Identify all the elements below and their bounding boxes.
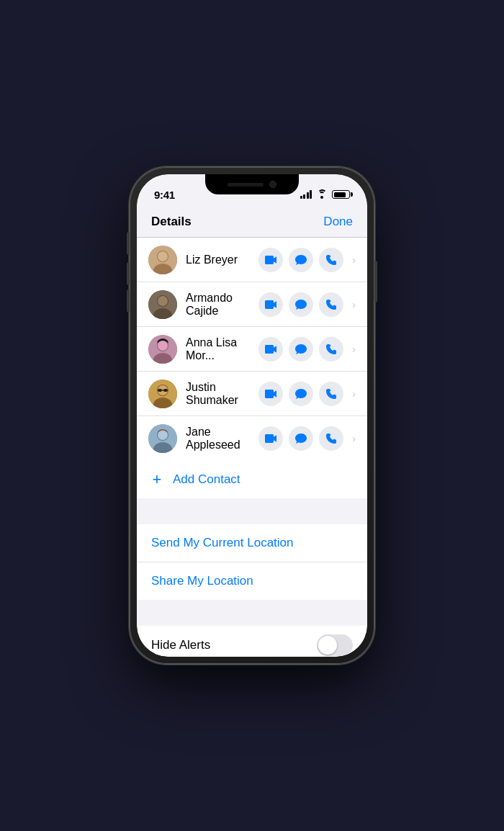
contact-actions-jane: › [258, 426, 356, 451]
location-section: Send My Current Location Share My Locati… [137, 524, 367, 600]
svg-point-11 [158, 341, 168, 351]
message-button-anna[interactable] [289, 337, 313, 361]
contact-row-jane[interactable]: Jane Appleseed › [137, 416, 367, 461]
contact-actions-justin: › [258, 382, 356, 406]
phone-button-liz[interactable] [319, 248, 343, 272]
avatar-armando [148, 290, 177, 319]
video-button-armando[interactable] [258, 292, 283, 317]
navigation-bar: Details Done [137, 206, 367, 238]
contacts-section: Liz Breyer › [137, 238, 367, 461]
video-button-justin[interactable] [258, 382, 283, 406]
phone-button-justin[interactable] [319, 382, 343, 406]
contact-name-justin: Justin Shumaker [186, 381, 258, 407]
speaker [228, 183, 264, 187]
hide-alerts-toggle[interactable] [317, 634, 353, 656]
plus-icon: + [148, 471, 166, 488]
share-location-row[interactable]: Share My Location [137, 562, 367, 600]
contact-actions-liz: › [258, 248, 356, 272]
contact-row-anna[interactable]: Anna Lisa Mor... › [137, 327, 367, 372]
contact-name-liz: Liz Breyer [186, 253, 258, 266]
avatar-liz [148, 246, 177, 274]
video-button-anna[interactable] [258, 337, 283, 361]
contact-actions-armando: › [258, 292, 356, 317]
chevron-justin: › [352, 388, 356, 400]
section-separator-2 [137, 600, 367, 626]
svg-rect-16 [158, 389, 162, 392]
avatar-jane [148, 424, 177, 453]
signal-icon [300, 190, 312, 199]
wifi-icon [316, 190, 328, 199]
send-current-location-row[interactable]: Send My Current Location [137, 524, 367, 562]
svg-point-3 [158, 251, 168, 261]
message-button-justin[interactable] [289, 382, 313, 406]
chevron-jane: › [352, 433, 356, 444]
phone-button-jane[interactable] [319, 426, 343, 451]
share-location-button[interactable]: Share My Location [151, 574, 253, 588]
battery-icon [332, 190, 350, 199]
hide-alerts-label: Hide Alerts [151, 638, 210, 652]
nav-title: Details [151, 215, 192, 229]
contact-name-anna: Anna Lisa Mor... [186, 336, 258, 362]
svg-rect-17 [163, 389, 168, 392]
message-button-armando[interactable] [289, 292, 313, 317]
add-contact-row[interactable]: + Add Contact [137, 461, 367, 498]
video-button-liz[interactable] [258, 248, 283, 272]
avatar-justin [148, 379, 177, 408]
phone-button-anna[interactable] [319, 337, 343, 361]
avatar-anna [148, 335, 177, 364]
hide-alerts-section: Hide Alerts [137, 626, 367, 657]
video-button-jane[interactable] [258, 426, 283, 451]
status-icons [300, 190, 351, 199]
toggle-thumb [318, 636, 337, 655]
section-separator-1 [137, 498, 367, 524]
add-contact-button[interactable]: Add Contact [173, 472, 240, 487]
contact-row-justin[interactable]: Justin Shumaker › [137, 372, 367, 416]
chevron-anna: › [352, 343, 356, 355]
content-scroll[interactable]: Liz Breyer › [137, 238, 367, 657]
contact-name-armando: Armando Cajide [186, 292, 258, 318]
contact-row-liz[interactable]: Liz Breyer › [137, 238, 367, 282]
chevron-armando: › [352, 299, 356, 310]
front-camera [269, 181, 276, 188]
status-time: 9:41 [154, 189, 175, 201]
message-button-liz[interactable] [289, 248, 313, 272]
phone-button-armando[interactable] [319, 292, 343, 317]
contact-name-jane: Jane Appleseed [186, 426, 258, 452]
contact-row-armando[interactable]: Armando Cajide › [137, 282, 367, 327]
chevron-liz: › [352, 254, 356, 266]
send-current-location-button[interactable]: Send My Current Location [151, 536, 294, 549]
contact-actions-anna: › [258, 337, 356, 361]
done-button[interactable]: Done [323, 215, 353, 229]
svg-point-7 [158, 296, 168, 306]
message-button-jane[interactable] [289, 426, 313, 451]
hide-alerts-row[interactable]: Hide Alerts [137, 626, 367, 657]
